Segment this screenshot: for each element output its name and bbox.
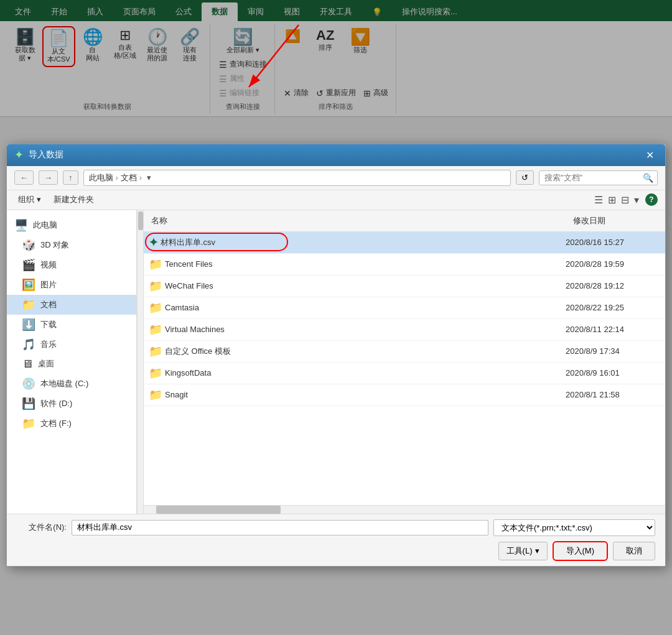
dialog-overlay: ✦ 导入数据 ✕ ← → ↑ 此电脑 › 文档 › ▾ ↺ 🔍 bbox=[0, 0, 672, 117]
